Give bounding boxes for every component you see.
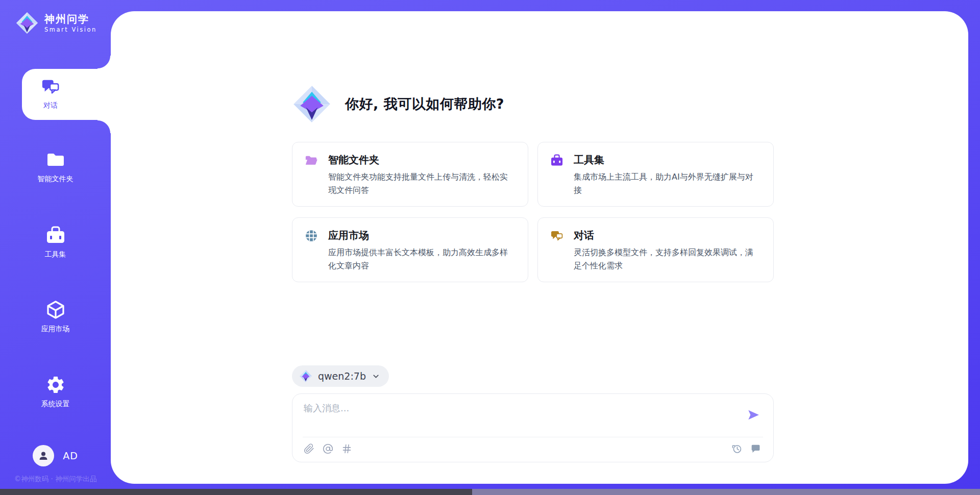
chat-icon: [41, 77, 60, 96]
sidebar-item-toolset[interactable]: 工具集: [0, 225, 111, 259]
chevron-down-icon: [372, 372, 380, 381]
sidebar-item-label: 对话: [43, 101, 58, 110]
mention-icon[interactable]: [323, 443, 333, 454]
send-icon: [747, 408, 760, 422]
greeting-diamond-icon: [292, 84, 332, 124]
card-title: 对话: [574, 229, 594, 242]
active-tab-curve-bottom: [97, 120, 111, 133]
attachment-icon[interactable]: [304, 443, 314, 454]
copyright-footer: ©神州数码 · 神州问学出品: [0, 475, 111, 484]
card-toolset[interactable]: 工具集 集成市场上主流工具，助力AI与外界无缝扩展与对接: [537, 142, 774, 207]
sidebar-item-smart-folder[interactable]: 智能文件夹: [0, 150, 111, 184]
folder-open-icon: [305, 154, 318, 167]
user-name: AD: [63, 450, 78, 461]
gear-icon: [45, 375, 66, 395]
card-app-market[interactable]: 应用市场 应用市场提供丰富长文本模板，助力高效生成多样化文章内容: [292, 217, 528, 282]
card-smart-folder[interactable]: 智能文件夹 智能文件夹功能支持批量文件上传与清洗，轻松实现文件问答: [292, 142, 528, 207]
message-composer: [292, 393, 774, 462]
card-description: 灵活切换多模型文件，支持多样回复效果调试，满足个性化需求: [574, 246, 761, 273]
cube-icon: [45, 300, 66, 320]
person-icon: [37, 450, 50, 462]
chat-bubble-icon[interactable]: [750, 443, 761, 454]
composer-tools-right: [731, 443, 761, 454]
avatar: [33, 445, 54, 466]
sidebar-item-label: 应用市场: [41, 325, 70, 334]
main-panel: 你好, 我可以如何帮助你? 智能文件夹 智能文件夹功能支持批量文件上传与清洗，轻…: [111, 11, 968, 484]
globe-grid-icon: [305, 229, 318, 242]
sidebar-item-settings[interactable]: 系统设置: [0, 375, 111, 409]
folder-icon: [45, 150, 66, 170]
sidebar: 神州问学 Smart Vision 对话 智能文件夹: [0, 0, 111, 495]
card-title: 智能文件夹: [328, 153, 379, 167]
toolbox-icon: [550, 154, 564, 167]
card-chat[interactable]: 对话 灵活切换多模型文件，支持多样回复效果调试，满足个性化需求: [537, 217, 774, 282]
toolbox-icon: [45, 225, 66, 245]
card-description: 集成市场上主流工具，助力AI与外界无缝扩展与对接: [574, 170, 761, 197]
sidebar-item-label: 系统设置: [41, 400, 70, 409]
card-description: 智能文件夹功能支持批量文件上传与清洗，轻松实现文件问答: [328, 170, 516, 197]
message-input[interactable]: [304, 402, 732, 432]
history-icon[interactable]: [731, 443, 742, 454]
brand-name: 神州问学: [44, 13, 97, 24]
brand-subtitle: Smart Vision: [44, 26, 97, 33]
chat-icon: [550, 229, 564, 242]
composer-tools-left: [304, 443, 352, 454]
greeting-title: 你好, 我可以如何帮助你?: [345, 95, 504, 113]
model-name: qwen2:7b: [318, 370, 366, 382]
card-description: 应用市场提供丰富长文本模板，助力高效生成多样化文章内容: [328, 246, 516, 273]
greeting: 你好, 我可以如何帮助你?: [292, 84, 504, 124]
brand-logo: 神州问学 Smart Vision: [15, 11, 97, 35]
active-tab-curve-top: [97, 56, 111, 69]
hashtag-icon[interactable]: [341, 443, 352, 454]
composer-divider: [303, 437, 763, 437]
sidebar-item-label: 工具集: [45, 250, 66, 259]
send-button[interactable]: [747, 408, 760, 422]
horizontal-scrollbar: [0, 489, 980, 495]
sidebar-item-app-market[interactable]: 应用市场: [0, 300, 111, 334]
sidebar-item-chat[interactable]: 对话: [22, 69, 111, 120]
brand-diamond-icon: [15, 11, 39, 35]
model-selector[interactable]: qwen2:7b: [292, 365, 389, 387]
model-diamond-icon: [299, 369, 312, 383]
feature-cards: 智能文件夹 智能文件夹功能支持批量文件上传与清洗，轻松实现文件问答 工具集 集成…: [292, 142, 774, 282]
sidebar-item-label: 智能文件夹: [38, 175, 74, 184]
card-title: 应用市场: [328, 229, 369, 242]
card-title: 工具集: [574, 153, 604, 167]
user-profile[interactable]: AD: [0, 445, 111, 466]
scrollbar-thumb[interactable]: [0, 489, 472, 495]
